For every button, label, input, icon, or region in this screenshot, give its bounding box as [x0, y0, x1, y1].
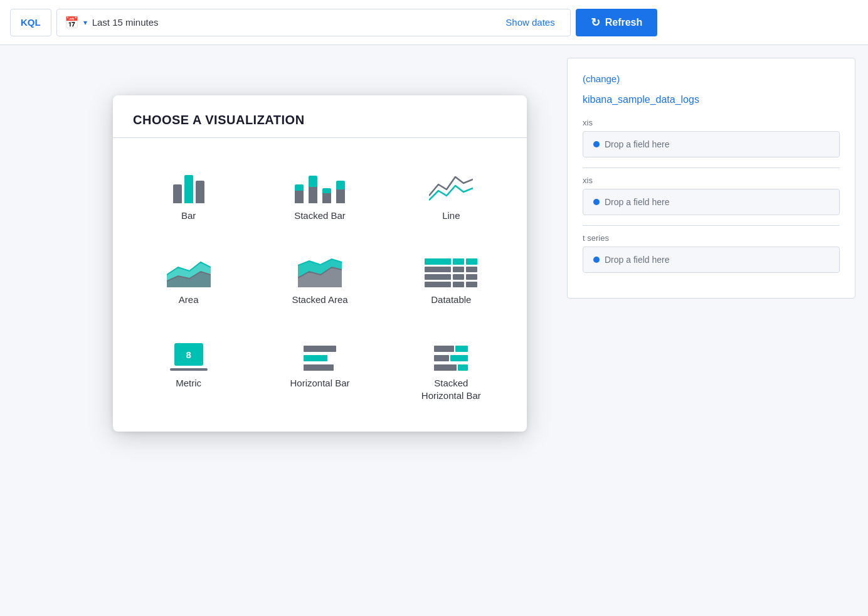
- viz-label-stacked-bar: Stacked Bar: [294, 210, 346, 222]
- viz-item-stacked-area[interactable]: Stacked Area: [254, 235, 385, 319]
- viz-label-area: Area: [179, 294, 199, 306]
- x-axis-label: xis: [583, 176, 840, 185]
- stacked-bar-chart-icon: [297, 166, 342, 203]
- viz-modal-header: CHOOSE A VISUALIZATION: [113, 95, 527, 138]
- stacked-area-chart-icon: [297, 250, 342, 287]
- main-content: (change) kibana_sample_data_logs xis Dro…: [0, 45, 868, 70]
- viz-label-stacked-area: Stacked Area: [292, 294, 347, 306]
- metric-chart-icon: 8: [166, 333, 211, 371]
- viz-modal-title: CHOOSE A VISUALIZATION: [133, 113, 507, 127]
- viz-item-datatable[interactable]: Datatable: [386, 235, 517, 319]
- x-axis-drop-text: Drop a field here: [605, 197, 670, 207]
- calendar-icon: 📅: [65, 16, 78, 29]
- divider2: [583, 225, 840, 226]
- horizontal-bar-chart-icon: [297, 333, 342, 371]
- viz-label-line: Line: [442, 210, 460, 222]
- viz-label-metric: Metric: [176, 377, 201, 390]
- x-axis-section: xis Drop a field here: [583, 176, 840, 215]
- bar-chart-icon: [166, 166, 211, 203]
- viz-item-horizontal-bar[interactable]: Horizontal Bar: [254, 318, 385, 414]
- viz-item-area[interactable]: Area: [123, 235, 254, 319]
- viz-grid: Bar: [113, 138, 527, 432]
- show-dates-button[interactable]: Show dates: [498, 12, 562, 33]
- y-axis-label: xis: [583, 118, 840, 127]
- refresh-button[interactable]: ↻ Refresh: [576, 9, 658, 36]
- line-chart-icon: [428, 166, 474, 203]
- refresh-label: Refresh: [605, 17, 643, 28]
- viz-label-bar: Bar: [181, 210, 196, 222]
- x-axis-drop[interactable]: Drop a field here: [583, 189, 840, 215]
- y-axis-drop[interactable]: Drop a field here: [583, 131, 840, 157]
- drop-dot-icon: [593, 141, 600, 147]
- viz-item-stacked-horizontal-bar[interactable]: StackedHorizontal Bar: [386, 318, 517, 414]
- viz-label-horizontal-bar: Horizontal Bar: [290, 377, 349, 390]
- viz-label-stacked-horizontal-bar: StackedHorizontal Bar: [421, 377, 481, 401]
- change-link[interactable]: (change): [583, 73, 840, 84]
- datatable-icon: [428, 250, 474, 287]
- index-name: kibana_sample_data_logs: [583, 94, 840, 105]
- viz-label-datatable: Datatable: [431, 294, 471, 306]
- y-axis-section: xis Drop a field here: [583, 118, 840, 157]
- series-section: t series Drop a field here: [583, 233, 840, 273]
- viz-item-bar[interactable]: Bar: [123, 151, 254, 235]
- series-drop[interactable]: Drop a field here: [583, 247, 840, 273]
- stacked-horizontal-bar-chart-icon: [428, 333, 474, 371]
- series-label: t series: [583, 233, 840, 243]
- drop-dot-icon: [593, 199, 600, 205]
- background-panel: (change) kibana_sample_data_logs xis Dro…: [567, 58, 855, 299]
- viz-chooser-modal: CHOOSE A VISUALIZATION Bar: [113, 95, 527, 432]
- series-drop-text: Drop a field here: [605, 255, 670, 265]
- drop-dot-icon: [593, 257, 600, 263]
- viz-item-metric[interactable]: 8 Metric: [123, 318, 254, 414]
- y-axis-drop-text: Drop a field here: [605, 139, 670, 149]
- kql-button[interactable]: KQL: [10, 9, 51, 36]
- viz-item-stacked-bar[interactable]: Stacked Bar: [254, 151, 385, 235]
- metric-number: 8: [174, 343, 203, 366]
- time-picker[interactable]: 📅 ▾ Last 15 minutes Show dates: [56, 9, 571, 36]
- refresh-icon: ↻: [591, 16, 600, 29]
- time-range-text: Last 15 minutes: [92, 17, 494, 28]
- area-chart-icon: [166, 250, 211, 287]
- chevron-down-icon: ▾: [83, 18, 87, 27]
- viz-item-line[interactable]: Line: [386, 151, 517, 235]
- divider: [583, 167, 840, 168]
- toolbar: KQL 📅 ▾ Last 15 minutes Show dates ↻ Ref…: [0, 0, 868, 45]
